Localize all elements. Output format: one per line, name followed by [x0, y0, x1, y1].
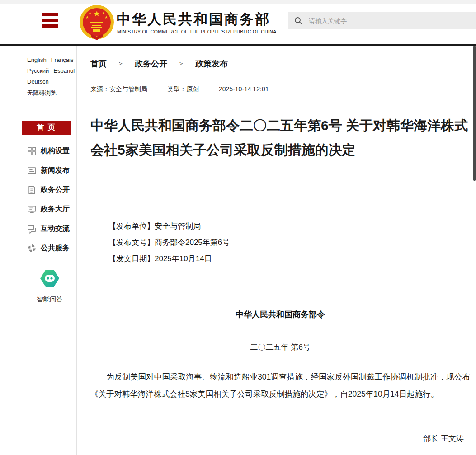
chat-icon: [27, 224, 37, 234]
sidebar-item-service-hall[interactable]: 政务大厅: [27, 200, 70, 219]
sidebar-item-gov-info[interactable]: 政务公开: [27, 180, 70, 200]
sidebar-item-org[interactable]: 机构设置: [27, 141, 70, 161]
lang-deutsch[interactable]: Deutsch: [27, 78, 49, 85]
sidebar-item-interaction[interactable]: 互动交流: [27, 219, 70, 239]
language-links: English Français Русский Español Deutsch…: [27, 56, 76, 101]
news-icon: [27, 166, 37, 175]
sidebar-item-label: 政务大厅: [41, 205, 70, 214]
chevron-right-icon: ＞: [178, 60, 184, 68]
pub-number: 【发布文号】商务部令2025年第6号: [108, 235, 230, 251]
publication-details: 【发布单位】安全与管制局 【发布文号】商务部令2025年第6号 【发文日期】20…: [108, 218, 230, 267]
lang-francais[interactable]: Français: [51, 56, 74, 63]
public-service-icon: [27, 244, 37, 253]
pub-date: 【发文日期】2025年10月14日: [108, 251, 230, 267]
site-title: 中华人民共和国商务部: [117, 10, 270, 29]
search-icon: [294, 17, 302, 25]
chevron-right-icon: ＞: [118, 60, 124, 68]
sidebar-item-public-service[interactable]: 公共服务: [27, 239, 70, 258]
emblem-icon: ★ ★ ★ ★ ★: [78, 4, 116, 42]
sidebar-nav: 机构设置 新闻发布 政务公开: [27, 141, 70, 258]
national-emblem-logo: ★ ★ ★ ★ ★: [78, 4, 116, 44]
decree-paragraph: 为反制美国对中国采取海事、物流和造船业301调查措施，经国家反外国制裁工作协调机…: [90, 368, 470, 403]
article-meta: 来源：安全与管制局 类型：原创 2025-10-14 12:01: [90, 85, 269, 94]
pub-unit: 【发布单位】安全与管制局: [108, 218, 230, 235]
lang-english[interactable]: English: [27, 56, 47, 63]
search-input[interactable]: [309, 17, 462, 24]
svg-text:★: ★: [104, 15, 108, 19]
scrollbar-thumb[interactable]: [473, 46, 476, 181]
lang-accessibility[interactable]: 无障碍浏览: [27, 89, 57, 97]
decree-number: 二〇二五年 第6号: [90, 342, 470, 352]
site-header: ★ ★ ★ ★ ★ 中华人民共和国商务部 MINISTRY OF COMMERC…: [0, 4, 476, 44]
breadcrumb: 首页 ＞ 政务公开 ＞ 政策发布: [90, 58, 228, 69]
top-edge-strip: [0, 0, 476, 4]
breadcrumb-policy-release[interactable]: 政策发布: [195, 58, 228, 69]
document-icon: [27, 185, 37, 195]
smart-qa-widget[interactable]: 智能问答: [18, 269, 81, 304]
smart-qa-label: 智能问答: [18, 295, 81, 304]
article-datetime: 2025-10-14 12:01: [219, 85, 269, 94]
svg-text:★: ★: [85, 15, 89, 19]
divider: [90, 78, 470, 78]
divider: [90, 103, 470, 103]
lang-russian[interactable]: Русский: [27, 67, 49, 74]
sidebar-item-label: 政务公开: [41, 185, 70, 195]
breadcrumb-home[interactable]: 首页: [90, 58, 107, 69]
hamburger-menu-icon[interactable]: [42, 13, 58, 28]
breadcrumb-gov-info[interactable]: 政务公开: [135, 58, 167, 69]
sidebar-item-label: 互动交流: [41, 224, 70, 234]
service-hall-icon: [27, 205, 37, 214]
lang-espanol[interactable]: Español: [53, 67, 75, 74]
svg-text:★: ★: [93, 9, 100, 18]
sidebar-item-label: 机构设置: [41, 146, 70, 156]
minister-signature: 部长 王文涛: [423, 433, 464, 444]
divider: [90, 296, 470, 296]
main-content: 首页 ＞ 政务公开 ＞ 政策发布 来源：安全与管制局 类型：原创 2025-10…: [90, 46, 470, 455]
sidebar-home-button[interactable]: 首 页: [22, 121, 71, 135]
article-type: 类型：原创: [167, 85, 199, 94]
site-subtitle: MINISTRY OF COMMERCE OF THE PEOPLE'S REP…: [117, 29, 277, 34]
article-source: 来源：安全与管制局: [90, 85, 147, 94]
sidebar-item-label: 公共服务: [41, 244, 70, 253]
org-grid-icon: [27, 146, 37, 156]
robot-qa-icon: [39, 269, 61, 288]
article-title: 中华人民共和国商务部令二〇二五年第6号 关于对韩华海洋株式会社5家美国相关子公司…: [90, 113, 470, 162]
search-box[interactable]: [288, 12, 476, 29]
sidebar-item-news[interactable]: 新闻发布: [27, 161, 70, 180]
decree-title: 中华人民共和国商务部令: [90, 309, 470, 320]
sidebar: English Français Русский Español Deutsch…: [0, 46, 77, 455]
sidebar-item-label: 新闻发布: [41, 166, 70, 175]
